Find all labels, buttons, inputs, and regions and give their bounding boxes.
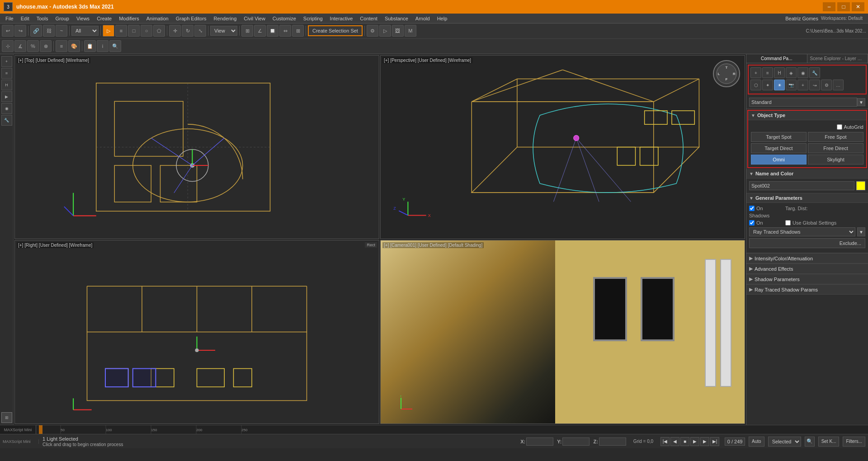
shadows-type-dropdown-arrow[interactable]: ▼ bbox=[857, 227, 865, 236]
spacewarps-icon[interactable]: ↝ bbox=[809, 80, 820, 90]
systems-icon[interactable]: ⚙ bbox=[821, 80, 832, 90]
helpers-icon[interactable]: + bbox=[797, 80, 808, 90]
fence-select-button[interactable]: ⬠ bbox=[153, 25, 165, 37]
utilities-icon[interactable]: 🔧 bbox=[809, 67, 820, 78]
angle-snap-button[interactable]: ∠ bbox=[254, 25, 266, 37]
edit-named-set-button[interactable]: ≡ bbox=[56, 40, 67, 52]
select-by-color-button[interactable]: 🎨 bbox=[68, 40, 80, 52]
use-global-checkbox[interactable] bbox=[785, 220, 791, 226]
menu-customize[interactable]: Customize bbox=[269, 15, 300, 22]
lp-modify-button[interactable]: ≡ bbox=[1, 68, 12, 79]
shadows-type-dropdown[interactable]: Ray Traced Shadows Shadow Map Area Shado… bbox=[749, 227, 855, 236]
motion-icon[interactable]: ◈ bbox=[786, 67, 797, 78]
lp-create-button[interactable]: + bbox=[1, 56, 12, 67]
lp-display-button[interactable]: ◉ bbox=[1, 103, 12, 114]
menu-tools[interactable]: Tools bbox=[33, 15, 52, 22]
shapes-icon[interactable]: ✦ bbox=[762, 80, 773, 90]
menu-graph-editors[interactable]: Graph Editors bbox=[172, 15, 210, 22]
view-dropdown[interactable]: View bbox=[210, 26, 237, 36]
target-spot-button[interactable]: Target Spot bbox=[751, 132, 807, 142]
scene-explorer-button[interactable]: 🔍 bbox=[109, 40, 121, 52]
hierarchy-icon[interactable]: H bbox=[774, 67, 785, 78]
next-frame-button[interactable]: ▶ bbox=[700, 437, 709, 446]
array-button[interactable]: ⊞ bbox=[292, 25, 304, 37]
create-icon[interactable]: + bbox=[750, 67, 761, 78]
menu-civil-view[interactable]: Civil View bbox=[240, 15, 269, 22]
skylight-button[interactable]: Skylight bbox=[808, 155, 863, 165]
link-button[interactable]: 🔗 bbox=[30, 25, 42, 37]
autogrid-checkbox[interactable] bbox=[837, 124, 842, 130]
shadows-on-checkbox[interactable] bbox=[749, 220, 755, 226]
first-frame-button[interactable]: |◀ bbox=[660, 437, 670, 446]
object-name-input[interactable] bbox=[749, 181, 854, 190]
bind-space-warp-button[interactable]: ~ bbox=[56, 25, 67, 37]
menu-rendering[interactable]: Rendering bbox=[210, 15, 241, 22]
z-input[interactable] bbox=[599, 437, 626, 446]
modify-icon[interactable]: ≡ bbox=[762, 67, 773, 78]
free-spot-button[interactable]: Free Spot bbox=[808, 132, 863, 142]
standard-dropdown[interactable] bbox=[749, 98, 857, 107]
menu-arnold[interactable]: Arnold bbox=[412, 15, 434, 22]
menu-help[interactable]: Help bbox=[434, 15, 451, 22]
menu-scripting[interactable]: Scripting bbox=[300, 15, 326, 22]
more-icon[interactable]: … bbox=[833, 80, 844, 90]
undo-button[interactable]: ↩ bbox=[2, 25, 14, 37]
menu-animation[interactable]: Animation bbox=[143, 15, 172, 22]
scale-button[interactable]: ⤡ bbox=[194, 25, 206, 37]
x-input[interactable] bbox=[526, 437, 553, 446]
lights-icon active selected[interactable]: ☀ bbox=[774, 80, 785, 90]
layer-manager-button[interactable]: 📋 bbox=[84, 40, 96, 52]
menu-group[interactable]: Group bbox=[52, 15, 73, 22]
menu-substance[interactable]: Substance bbox=[381, 15, 412, 22]
close-button[interactable]: ✕ bbox=[852, 2, 864, 11]
stop-button[interactable]: ■ bbox=[680, 437, 689, 446]
menu-edit[interactable]: Edit bbox=[17, 15, 33, 22]
display-icon[interactable]: ◉ bbox=[797, 67, 808, 78]
ray-traced-shadow-header[interactable]: ▶ Ray Traced Shadow Params bbox=[746, 284, 868, 295]
menu-views[interactable]: Views bbox=[73, 15, 93, 22]
prev-frame-button[interactable]: ◀ bbox=[670, 437, 679, 446]
maximize-button[interactable]: □ bbox=[837, 2, 850, 11]
search-button[interactable]: 🔍 bbox=[805, 437, 815, 447]
lp-grid-4-button[interactable]: ⊞ bbox=[1, 412, 12, 423]
spinner-snap-button[interactable]: ⊗ bbox=[40, 40, 52, 52]
circle-select-button[interactable]: ○ bbox=[141, 25, 152, 37]
menu-modifiers[interactable]: Modifiers bbox=[115, 15, 143, 22]
minimize-button[interactable]: – bbox=[823, 2, 835, 11]
menu-content[interactable]: Content bbox=[356, 15, 381, 22]
intensity-color-header[interactable]: ▶ Intensity/Color/Attenuation bbox=[746, 253, 868, 263]
create-selection-set-button[interactable]: Create Selection Set bbox=[308, 25, 363, 36]
viewport-camera[interactable]: [+] [Camera001] [User Defined] [Default … bbox=[380, 240, 745, 424]
select-object-button[interactable]: ▷ bbox=[103, 25, 114, 37]
exclude-button[interactable]: Exclude... bbox=[749, 238, 865, 248]
align-button[interactable]: ⊞ bbox=[241, 25, 253, 37]
rotate-button[interactable]: ↻ bbox=[182, 25, 193, 37]
select-by-name-button[interactable]: ≡ bbox=[115, 25, 127, 37]
menu-file[interactable]: File bbox=[2, 15, 17, 22]
free-direct-button[interactable]: Free Direct bbox=[808, 143, 863, 153]
viewport-top[interactable]: [+] [Top] [User Defined] [Wireframe] bbox=[14, 55, 379, 239]
redo-button[interactable]: ↪ bbox=[14, 25, 26, 37]
lp-motion-button[interactable]: ▶ bbox=[1, 91, 12, 102]
standard-dropdown-arrow[interactable]: ▼ bbox=[857, 98, 865, 106]
move-button[interactable]: ✛ bbox=[169, 25, 181, 37]
object-properties-button[interactable]: i bbox=[97, 40, 108, 52]
material-editor-button[interactable]: M bbox=[405, 25, 416, 37]
angle-snap-toggle-button[interactable]: ∡ bbox=[14, 40, 26, 52]
tab-scene-explorer[interactable]: Scene Explorer - Layer Explo... bbox=[807, 54, 868, 63]
time-input[interactable] bbox=[725, 437, 745, 446]
target-direct-button[interactable]: Target Direct bbox=[751, 143, 807, 153]
rect-select-button[interactable]: □ bbox=[128, 25, 140, 37]
set-key-button[interactable]: Set K... bbox=[818, 437, 840, 447]
color-swatch[interactable] bbox=[856, 181, 865, 190]
name-and-color-header[interactable]: ▼ Name and Color bbox=[746, 169, 868, 179]
last-frame-button[interactable]: ▶| bbox=[710, 437, 719, 446]
on-checkbox[interactable] bbox=[749, 206, 755, 211]
viewport-right[interactable]: [+] [Right] [User Defined] [Wireframe] R… bbox=[14, 240, 379, 424]
tab-command-panel[interactable]: Command Pa... bbox=[746, 54, 807, 63]
viewport-perspective[interactable]: [+] [Perspective] [User Defined] [Wirefr… bbox=[380, 55, 745, 239]
cameras-icon[interactable]: 📷 bbox=[786, 80, 797, 90]
unlink-button[interactable]: ⛓ bbox=[43, 25, 55, 37]
object-type-header[interactable]: ▼ Object Type bbox=[748, 111, 866, 120]
lp-hierarchy-button[interactable]: H bbox=[1, 80, 12, 90]
